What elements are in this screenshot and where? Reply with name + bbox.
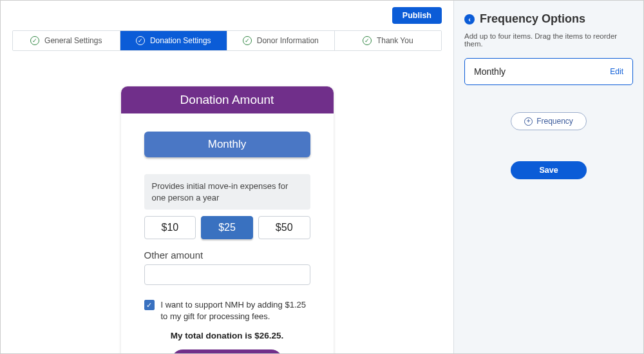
step-general-settings[interactable]: ✓ General Settings	[13, 31, 120, 50]
step-label: Donor Information	[257, 36, 319, 45]
add-frequency-button[interactable]: + Frequency	[511, 112, 587, 130]
publish-button[interactable]: Publish	[392, 7, 442, 24]
step-donor-information[interactable]: ✓ Donor Information	[227, 31, 335, 50]
side-panel: ‹ Frequency Options Add up to four items…	[453, 1, 643, 353]
processing-fee-checkbox[interactable]: ✓	[144, 300, 155, 310]
step-nav: ✓ General Settings ✓ Donation Settings ✓…	[12, 30, 442, 51]
processing-fee-text: I want to support NMH by adding $1.25 to…	[161, 299, 310, 322]
card-title: Donation Amount	[121, 86, 334, 113]
other-amount-label: Other amount	[144, 250, 310, 261]
frequency-item-label: Monthly	[474, 66, 506, 77]
save-button[interactable]: Save	[511, 161, 587, 179]
step-donation-settings[interactable]: ✓ Donation Settings	[120, 31, 228, 50]
step-thank-you[interactable]: ✓ Thank You	[335, 31, 442, 50]
frequency-item-edit[interactable]: Edit	[610, 67, 623, 76]
side-panel-subtitle: Add up to four items. Drag the items to …	[464, 32, 633, 48]
amount-option-10[interactable]: $10	[144, 216, 196, 239]
step-label: Thank You	[377, 36, 413, 45]
step-label: Donation Settings	[150, 36, 211, 45]
donation-card: Donation Amount Monthly Provides initial…	[121, 86, 334, 353]
side-panel-title: Frequency Options	[480, 12, 585, 26]
back-icon[interactable]: ‹	[464, 14, 475, 25]
amount-option-25[interactable]: $25	[201, 216, 253, 239]
check-icon: ✓	[363, 36, 372, 45]
amount-description: Provides initial move-in expenses for on…	[144, 174, 310, 210]
other-amount-input[interactable]	[144, 264, 310, 285]
check-icon: ✓	[243, 36, 252, 45]
payment-details-button[interactable]: Payment Details →	[171, 349, 283, 353]
main-panel: Publish ✓ General Settings ✓ Donation Se…	[1, 1, 453, 353]
check-icon: ✓	[30, 36, 39, 45]
frequency-item[interactable]: Monthly Edit	[464, 58, 633, 85]
check-icon: ✓	[136, 36, 145, 45]
step-label: General Settings	[44, 36, 102, 45]
total-line: My total donation is $26.25.	[144, 331, 310, 340]
frequency-pill[interactable]: Monthly	[144, 132, 310, 157]
amount-option-50[interactable]: $50	[258, 216, 310, 239]
add-frequency-label: Frequency	[536, 117, 573, 126]
plus-icon: +	[524, 117, 533, 126]
